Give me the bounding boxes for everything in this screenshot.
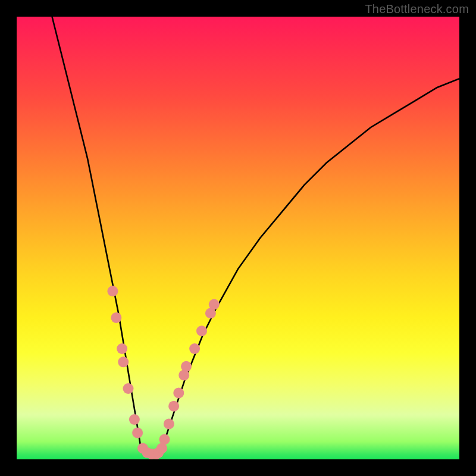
marker-dot (118, 356, 129, 367)
marker-dot (159, 434, 170, 445)
marker-dot (196, 325, 207, 336)
marker-dot (209, 299, 220, 310)
marker-dot (129, 414, 140, 425)
marker-dot (117, 343, 127, 354)
marker-dot (189, 343, 200, 354)
marker-dot (111, 312, 121, 323)
marker-dot (123, 383, 134, 394)
curve-path-right (163, 79, 460, 446)
curve-path-left (52, 17, 141, 446)
curve-layer (17, 17, 459, 459)
watermark-text: TheBottleneck.com (365, 2, 469, 16)
marker-dot (181, 361, 192, 372)
marker-dot (107, 286, 118, 296)
marker-dot (132, 427, 143, 438)
marker-dot (168, 401, 179, 412)
marker-dot (164, 419, 174, 430)
plot-area (17, 17, 459, 459)
chart-frame: TheBottleneck.com (0, 0, 476, 476)
marker-dot (173, 387, 184, 398)
marker-group (107, 286, 219, 459)
